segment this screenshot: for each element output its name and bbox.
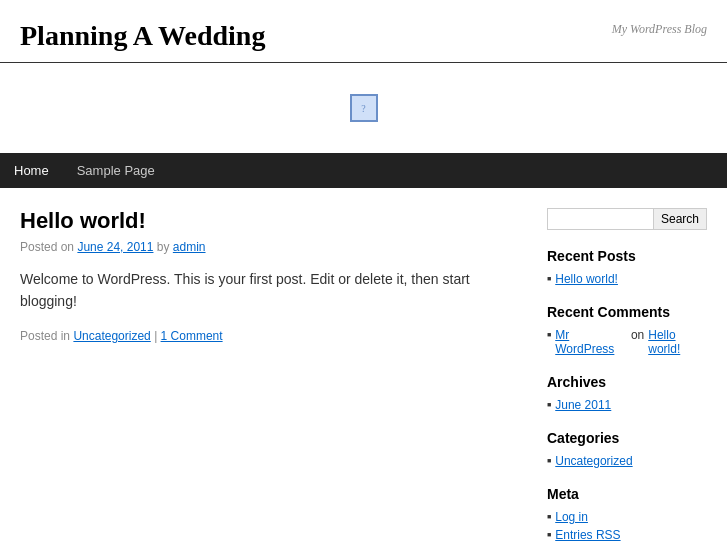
recent-comments-list: Mr WordPress on Hello world! (547, 326, 707, 358)
post: Hello world! Posted on June 24, 2011 by … (20, 208, 527, 343)
meta-list: Log in Entries RSS Comments RSS WordPres… (547, 508, 707, 545)
site-title: Planning A Wedding (20, 20, 707, 52)
archives-title: Archives (547, 374, 707, 390)
post-date[interactable]: June 24, 2011 (77, 240, 153, 254)
post-author[interactable]: admin (173, 240, 206, 254)
post-title: Hello world! (20, 208, 527, 234)
recent-comments-title: Recent Comments (547, 304, 707, 320)
list-item: Mr WordPress on Hello world! (547, 326, 707, 358)
list-item: Hello world! (547, 270, 707, 288)
archive-link[interactable]: June 2011 (555, 398, 611, 412)
recent-post-link[interactable]: Hello world! (555, 272, 618, 286)
meta-entries-rss-link[interactable]: Entries RSS (555, 528, 620, 542)
categories-widget: Categories Uncategorized (547, 430, 707, 470)
archives-list: June 2011 (547, 396, 707, 414)
meta-login-link[interactable]: Log in (555, 510, 588, 524)
categories-title: Categories (547, 430, 707, 446)
sidebar: Search Recent Posts Hello world! Recent … (547, 208, 707, 545)
content-area: Hello world! Posted on June 24, 2011 by … (0, 188, 727, 545)
list-item: Entries RSS (547, 526, 707, 544)
archives-widget: Archives June 2011 (547, 374, 707, 414)
recent-posts-title: Recent Posts (547, 248, 707, 264)
recent-posts-widget: Recent Posts Hello world! (547, 248, 707, 288)
navigation: Home Sample Page (0, 153, 727, 188)
search-widget: Search (547, 208, 707, 230)
nav-item-sample-page[interactable]: Sample Page (63, 153, 169, 188)
list-item: Log in (547, 508, 707, 526)
list-item: June 2011 (547, 396, 707, 414)
post-body: Welcome to WordPress. This is your first… (20, 268, 527, 313)
posted-on-label: Posted on (20, 240, 74, 254)
recent-posts-list: Hello world! (547, 270, 707, 288)
category-link[interactable]: Uncategorized (555, 454, 632, 468)
post-category[interactable]: Uncategorized (73, 329, 150, 343)
meta-title: Meta (547, 486, 707, 502)
posted-in-label: Posted in (20, 329, 70, 343)
meta-widget: Meta Log in Entries RSS Comments RSS Wor… (547, 486, 707, 545)
post-meta: Posted on June 24, 2011 by admin (20, 240, 527, 254)
site-header: Planning A Wedding My WordPress Blog (0, 0, 727, 63)
search-input[interactable] (547, 208, 654, 230)
comment-count-link[interactable]: 1 Comment (161, 329, 223, 343)
banner-area: ? (0, 63, 727, 153)
by-label: by (157, 240, 170, 254)
comment-post-link[interactable]: Hello world! (648, 328, 707, 356)
banner-image: ? (350, 94, 378, 122)
comment-author-link[interactable]: Mr WordPress (555, 328, 627, 356)
post-footer: Posted in Uncategorized | 1 Comment (20, 329, 527, 343)
nav-link-sample-page[interactable]: Sample Page (63, 153, 169, 188)
list-item: Uncategorized (547, 452, 707, 470)
categories-list: Uncategorized (547, 452, 707, 470)
main-content: Hello world! Posted on June 24, 2011 by … (20, 208, 527, 545)
search-button[interactable]: Search (654, 208, 707, 230)
nav-link-home[interactable]: Home (0, 153, 63, 188)
comment-on-label: on (631, 328, 644, 342)
recent-comments-widget: Recent Comments Mr WordPress on Hello wo… (547, 304, 707, 358)
site-tagline: My WordPress Blog (612, 22, 707, 37)
nav-item-home[interactable]: Home (0, 153, 63, 188)
